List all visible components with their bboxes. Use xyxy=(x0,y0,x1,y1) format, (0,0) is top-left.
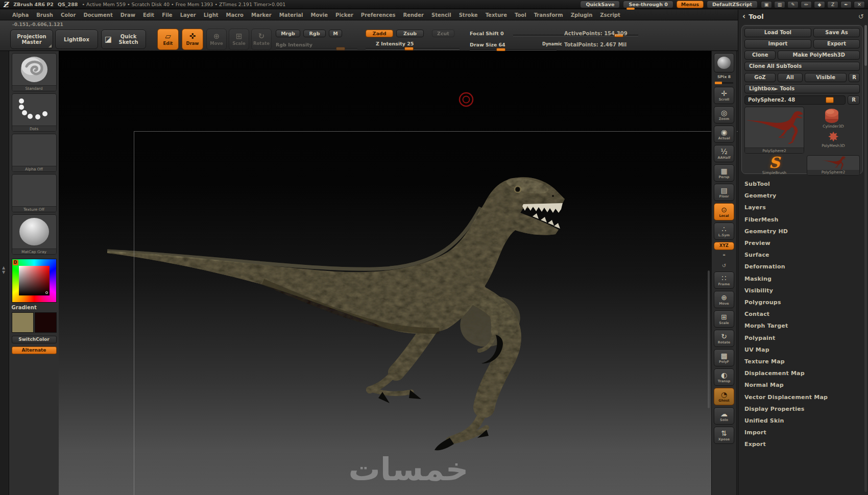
saturation-value-square[interactable] xyxy=(19,266,50,295)
menu-item-macro[interactable]: Macro xyxy=(226,12,244,18)
tool-r-button[interactable]: R xyxy=(848,95,860,105)
tool-section-contact[interactable]: Contact xyxy=(744,308,857,320)
customize-icon[interactable]: ✎ xyxy=(787,1,799,8)
document-canvas[interactable] xyxy=(59,51,711,495)
tool-section-normal-map[interactable]: Normal Map xyxy=(744,379,857,391)
actual-button[interactable]: ◉Actual xyxy=(714,126,734,143)
rgb-button[interactable]: Rgb xyxy=(303,30,326,37)
tool-section-polypaint[interactable]: Polypaint xyxy=(744,332,857,344)
dynamic-label[interactable]: Dynamic xyxy=(542,42,562,46)
lightbox-button[interactable]: LightBox xyxy=(55,30,98,49)
goz-button[interactable]: GoZ xyxy=(744,73,776,82)
persp-button[interactable]: ▦Persp xyxy=(714,164,734,182)
menu-item-draw[interactable]: Draw xyxy=(120,12,135,18)
spix-handle[interactable] xyxy=(715,82,722,84)
color-picker[interactable]: D xyxy=(12,259,57,303)
divider-icon[interactable]: ▣ xyxy=(761,1,772,8)
edit-button[interactable]: ▱ Edit xyxy=(157,29,179,50)
quick-sketch-button[interactable]: ◪ Quick Sketch xyxy=(101,30,146,49)
tool-section-surface[interactable]: Surface xyxy=(744,249,857,261)
menus-button[interactable]: Menus xyxy=(677,1,704,8)
cylinder3d-icon[interactable] xyxy=(823,107,843,124)
tool-section-display-properties[interactable]: Display Properties xyxy=(744,403,857,415)
rgb-intensity-handle[interactable] xyxy=(336,47,345,51)
tool-section-vector-displacement-map[interactable]: Vector Displacement Map xyxy=(744,391,857,403)
goz-all-button[interactable]: All xyxy=(778,73,803,82)
tool-section-masking[interactable]: Masking xyxy=(744,273,857,285)
floor-button[interactable]: ▤Floor xyxy=(714,184,734,201)
z-intensity-slider[interactable] xyxy=(366,48,460,50)
comment-icon-button[interactable]: ❝ xyxy=(717,252,731,260)
menu-item-marker[interactable]: Marker xyxy=(251,12,272,18)
local-button[interactable]: ⊙Local xyxy=(714,203,734,220)
xyz-button[interactable]: XYZ xyxy=(714,242,734,250)
move-view-button[interactable]: ⊕Move xyxy=(714,291,734,308)
import-tool-button[interactable]: Import xyxy=(744,39,811,48)
switch-color-button[interactable]: SwitchColor xyxy=(12,336,57,343)
save-as-button[interactable]: Save As xyxy=(813,28,860,37)
draw-button[interactable]: ✜ Draw xyxy=(182,29,203,50)
tool-section-unified-skin[interactable]: Unified Skin xyxy=(744,415,857,427)
stroke-selector[interactable]: Dots xyxy=(12,93,57,132)
rgb-intensity-slider[interactable] xyxy=(276,48,357,50)
draw-size-slider[interactable] xyxy=(470,49,557,51)
tool-section-subtool[interactable]: SubTool xyxy=(744,178,857,190)
tool-section-deformation[interactable]: Deformation xyxy=(744,261,857,273)
scroll-button[interactable]: ✛Scroll xyxy=(714,87,734,104)
menu-item-color[interactable]: Color xyxy=(61,12,76,18)
polyf-button[interactable]: ▩PolyF xyxy=(714,349,734,366)
zoom-button[interactable]: ◎Zoom xyxy=(714,106,734,123)
texture-selector[interactable]: Texture Off xyxy=(12,174,57,212)
tool-name-slider-handle[interactable] xyxy=(826,97,834,103)
frame-button[interactable]: ∷Frame xyxy=(714,271,734,289)
tool-section-polygroups[interactable]: Polygroups xyxy=(744,296,857,308)
material-selector[interactable]: MatCap Gray xyxy=(12,214,57,255)
raptor-model[interactable] xyxy=(107,175,565,441)
tool-section-fibermesh[interactable]: FiberMesh xyxy=(744,214,857,226)
see-through-slider[interactable]: See-through 0 xyxy=(623,1,673,8)
lightbox-tools-button[interactable]: Lightbox► Tools xyxy=(744,84,860,93)
lsym-button[interactable]: ∴L.Sym xyxy=(714,222,734,240)
close-icon[interactable]: ✕ xyxy=(854,1,865,8)
restore-palette-icon[interactable]: ↺ xyxy=(858,13,864,20)
spix-slider[interactable]: SPix 8 xyxy=(713,75,735,85)
menu-item-document[interactable]: Document xyxy=(83,12,112,18)
alpha-selector[interactable]: Alpha Off xyxy=(12,134,57,172)
load-tool-button[interactable]: Load Tool xyxy=(744,28,811,37)
zoom-window-icon[interactable]: Z xyxy=(827,1,838,8)
goz-visible-button[interactable]: Visible xyxy=(805,73,847,82)
ghost-button[interactable]: ◔Ghost xyxy=(714,388,734,405)
projection-master-button[interactable]: Projection Master xyxy=(10,30,53,49)
zsub-button[interactable]: Zsub xyxy=(396,30,424,37)
alternate-button[interactable]: Alternate xyxy=(12,346,57,354)
gradient-label[interactable]: Gradient xyxy=(12,305,57,310)
polymesh3d-star-icon[interactable]: ✸ xyxy=(828,130,839,143)
scale-view-button[interactable]: ⊞Scale xyxy=(714,310,734,328)
menu-item-zplugin[interactable]: Zplugin xyxy=(571,12,593,18)
tool-section-morph-target[interactable]: Morph Target xyxy=(744,320,857,332)
menu-item-tool[interactable]: Tool xyxy=(515,12,526,18)
menu-item-alpha[interactable]: Alpha xyxy=(12,12,29,18)
brush-selector[interactable]: Standard xyxy=(12,53,57,91)
move-button[interactable]: ⊕ Move xyxy=(206,29,227,50)
history-icon-button[interactable]: ↺ xyxy=(717,262,731,269)
default-zscript-button[interactable]: DefaultZScript xyxy=(707,1,758,8)
clone-all-subtools-button[interactable]: Clone All SubTools xyxy=(744,62,860,71)
main-color-swatch[interactable] xyxy=(12,312,34,333)
export-tool-button[interactable]: Export xyxy=(813,39,860,48)
collapse-panel-icon[interactable]: ‹ xyxy=(742,12,745,21)
tool-name-slider[interactable]: PolySphere2. 48 xyxy=(744,95,846,105)
clone-button[interactable]: Clone xyxy=(744,51,776,60)
tool-section-preview[interactable]: Preview xyxy=(744,237,857,249)
alt-color-swatch[interactable] xyxy=(35,312,57,333)
tool-section-texture-map[interactable]: Texture Map xyxy=(744,356,857,367)
tool-section-export[interactable]: Export xyxy=(744,438,857,450)
menu-item-preferences[interactable]: Preferences xyxy=(361,12,396,18)
menu-item-texture[interactable]: Texture xyxy=(486,12,507,18)
menu-item-stencil[interactable]: Stencil xyxy=(431,12,451,18)
menu-item-light[interactable]: Light xyxy=(204,12,219,18)
z-intensity-handle[interactable] xyxy=(404,47,414,51)
m-button[interactable]: M xyxy=(329,30,342,37)
tool-section-import[interactable]: Import xyxy=(744,427,857,438)
divider-alt-icon[interactable]: ▥ xyxy=(774,1,785,8)
